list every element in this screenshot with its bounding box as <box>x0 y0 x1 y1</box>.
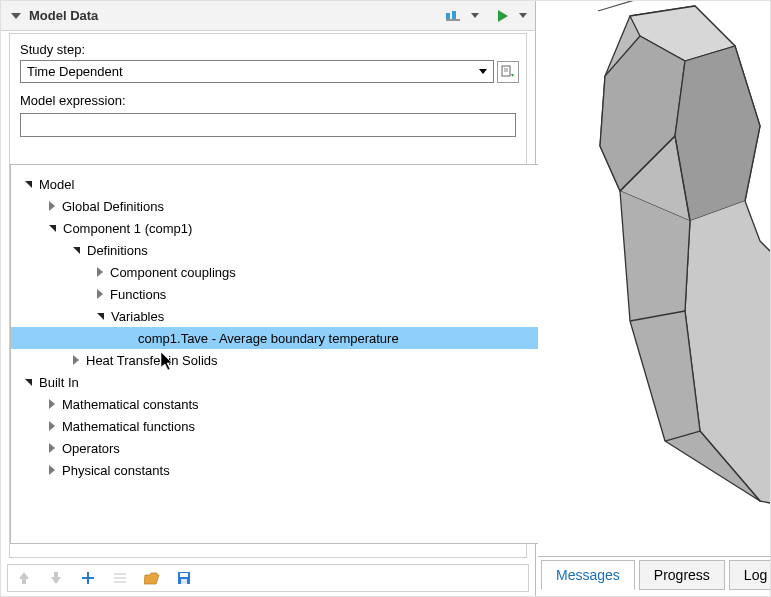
tree-expand-icon[interactable] <box>49 399 55 409</box>
tree-item-label: Built In <box>39 375 79 390</box>
chevron-down-icon <box>479 69 487 74</box>
bottom-toolbar <box>7 564 529 592</box>
tree-collapse-icon[interactable] <box>73 247 80 254</box>
tab-progress[interactable]: Progress <box>639 560 725 590</box>
tree-item-label: Operators <box>62 441 120 456</box>
tree-item-label: comp1.Tave - Average boundary temperatur… <box>138 331 399 346</box>
tree-expand-icon[interactable] <box>49 443 55 453</box>
tree-leaf-spacer <box>121 333 131 343</box>
study-step-dropdown[interactable]: Time Dependent <box>20 60 494 83</box>
tree-expand-icon[interactable] <box>49 421 55 431</box>
tree-expand-icon[interactable] <box>97 289 103 299</box>
tree-item-label: Functions <box>110 287 166 302</box>
tree-collapse-icon[interactable] <box>97 313 104 320</box>
svg-rect-0 <box>446 13 450 19</box>
panel-body: Study step: Time Dependent Model express… <box>9 33 527 558</box>
status-tabs: Messages Progress Log <box>541 558 771 590</box>
chevron-down-icon[interactable] <box>519 13 527 18</box>
panel-header-actions <box>445 6 527 26</box>
panel-title: Model Data <box>29 8 445 23</box>
tree-item-label: Component 1 (comp1) <box>63 221 192 236</box>
add-button[interactable] <box>78 568 98 588</box>
model-data-panel: Model Data Study st <box>1 1 536 597</box>
model-expression-input[interactable] <box>20 113 516 137</box>
panel-header: Model Data <box>1 1 535 31</box>
tab-strip-border <box>538 556 770 557</box>
study-step-label: Study step: <box>20 42 520 57</box>
svg-rect-12 <box>181 579 187 584</box>
tree-collapse-icon[interactable] <box>49 225 56 232</box>
svg-rect-11 <box>180 573 188 577</box>
svg-marker-3 <box>498 10 508 22</box>
tree-item-label: Component couplings <box>110 265 236 280</box>
move-up-button[interactable] <box>14 568 34 588</box>
tree-item-label: Physical constants <box>62 463 170 478</box>
tree-collapse-icon[interactable] <box>25 379 32 386</box>
tree-expand-icon[interactable] <box>97 267 103 277</box>
tree-expand-icon[interactable] <box>73 355 79 365</box>
open-folder-button[interactable] <box>142 568 162 588</box>
study-step-value: Time Dependent <box>27 64 479 79</box>
chevron-down-icon[interactable] <box>471 13 479 18</box>
insert-reference-button[interactable] <box>497 61 519 83</box>
tree-collapse-icon[interactable] <box>25 181 32 188</box>
tree-item-label: Model <box>39 177 74 192</box>
graphics-canvas[interactable] <box>538 1 770 556</box>
run-button[interactable] <box>493 6 513 26</box>
collapse-toggle-icon[interactable] <box>11 13 21 19</box>
tree-item-label: Global Definitions <box>62 199 164 214</box>
tree-item-label: Variables <box>111 309 164 324</box>
model-geometry <box>538 1 770 551</box>
tree-item-label: Heat Transfer in Solids <box>86 353 218 368</box>
tree-item-label: Mathematical functions <box>62 419 195 434</box>
save-button[interactable] <box>174 568 194 588</box>
tree-item-label: Definitions <box>87 243 148 258</box>
model-expression-label: Model expression: <box>20 93 520 108</box>
tree-item-label: Mathematical constants <box>62 397 199 412</box>
tab-messages[interactable]: Messages <box>541 560 635 590</box>
plot-button[interactable] <box>445 6 465 26</box>
list-button[interactable] <box>110 568 130 588</box>
tree-expand-icon[interactable] <box>49 201 55 211</box>
tab-log[interactable]: Log <box>729 560 771 590</box>
tree-expand-icon[interactable] <box>49 465 55 475</box>
move-down-button[interactable] <box>46 568 66 588</box>
window-root: Model Data Study st <box>0 0 771 597</box>
svg-rect-1 <box>452 11 456 19</box>
